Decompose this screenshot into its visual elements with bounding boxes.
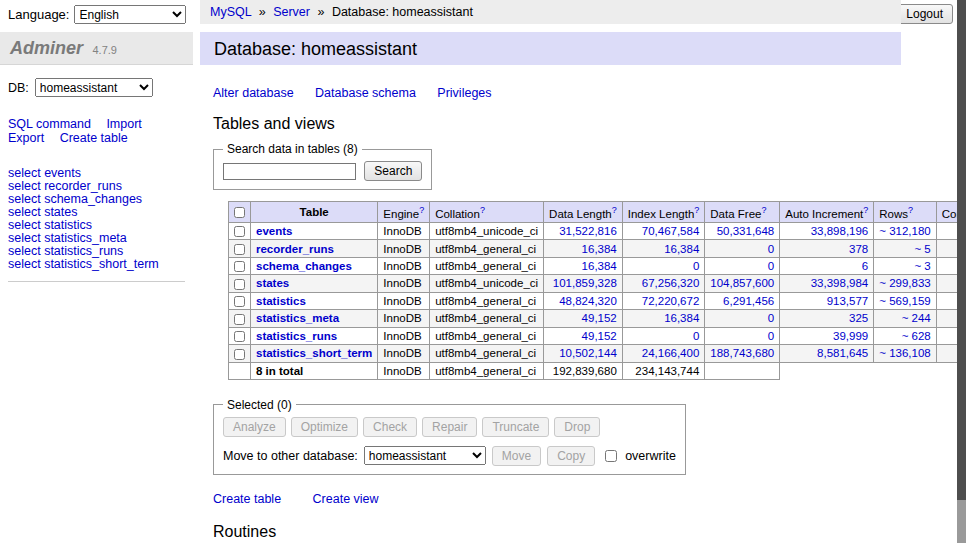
col-header-auto-increment: Auto Increment? — [780, 202, 874, 223]
row-checkbox[interactable] — [234, 349, 245, 360]
select-all-checkbox[interactable] — [234, 207, 245, 218]
sidebar-link-export[interactable]: Export — [8, 131, 44, 145]
row-checkbox[interactable] — [234, 314, 245, 325]
breadcrumb-link-server[interactable]: Server — [273, 5, 310, 19]
rows-link[interactable]: ~ 569,159 — [879, 295, 930, 307]
analyze-button[interactable]: Analyze — [223, 417, 286, 437]
move-db-select[interactable]: homeassistant — [364, 446, 486, 465]
row-checkbox[interactable] — [234, 296, 245, 307]
rows-link[interactable]: ~ 5 — [914, 243, 930, 255]
check-button[interactable]: Check — [363, 417, 417, 437]
sidebar-link-create-table[interactable]: Create table — [60, 131, 128, 145]
link-create-view[interactable]: Create view — [313, 492, 379, 506]
auto-increment-link[interactable]: 8,581,645 — [817, 347, 868, 359]
index-length-link[interactable]: 70,467,584 — [642, 225, 700, 237]
rows-link[interactable]: ~ 312,180 — [879, 225, 930, 237]
link-privileges[interactable]: Privileges — [437, 86, 491, 100]
index-length-link[interactable]: 72,220,672 — [642, 295, 700, 307]
data-free-link[interactable]: 188,743,680 — [710, 347, 774, 359]
help-link[interactable]: ? — [480, 205, 485, 215]
help-link[interactable]: ? — [863, 205, 868, 215]
data-length-link[interactable]: 49,152 — [582, 312, 617, 324]
data-free-link[interactable]: 104,857,600 — [710, 277, 774, 289]
col-header-data-length: Data Length? — [544, 202, 623, 223]
sidebar-link-sql-command[interactable]: SQL command — [8, 117, 91, 131]
move-button[interactable]: Move — [492, 446, 541, 466]
index-length-link[interactable]: 16,384 — [664, 243, 699, 255]
row-checkbox[interactable] — [234, 226, 245, 237]
table-name-link[interactable]: recorder_runs — [256, 243, 334, 255]
rows-link[interactable]: ~ 136,108 — [879, 347, 930, 359]
rows-link[interactable]: ~ 3 — [914, 260, 930, 272]
auto-increment-link[interactable]: 913,577 — [827, 295, 869, 307]
collation-cell: utf8mb4_general_ci — [430, 240, 544, 257]
data-length-link[interactable]: 48,824,320 — [559, 295, 617, 307]
breadcrumb-link-mysql[interactable]: MySQL — [210, 5, 251, 19]
table-name-link[interactable]: statistics_meta — [256, 312, 339, 324]
index-length-link[interactable]: 16,384 — [664, 312, 699, 324]
search-input[interactable] — [223, 163, 356, 180]
copy-button[interactable]: Copy — [547, 446, 595, 466]
rows-link[interactable]: ~ 299,833 — [879, 277, 930, 289]
overwrite-label: overwrite — [625, 449, 676, 463]
search-button[interactable]: Search — [364, 161, 422, 181]
auto-increment-link[interactable]: 6 — [862, 260, 868, 272]
help-link[interactable]: ? — [612, 205, 617, 215]
table-name-link[interactable]: statistics — [256, 295, 306, 307]
auto-increment-link[interactable]: 33,398,984 — [811, 277, 869, 289]
row-checkbox[interactable] — [234, 261, 245, 272]
data-length-link[interactable]: 101,859,328 — [553, 277, 617, 289]
data-length-link[interactable]: 49,152 — [582, 330, 617, 342]
help-link[interactable]: ? — [761, 205, 766, 215]
collation-cell: utf8mb4_general_ci — [430, 345, 544, 362]
rows-link[interactable]: ~ 628 — [902, 330, 931, 342]
data-free-link[interactable]: 50,331,648 — [717, 225, 775, 237]
overwrite-checkbox[interactable] — [605, 450, 617, 462]
index-length-link[interactable]: 0 — [693, 330, 699, 342]
help-link[interactable]: ? — [908, 205, 913, 215]
scrollbar[interactable] — [957, 0, 966, 543]
auto-increment-link[interactable]: 33,898,196 — [811, 225, 869, 237]
col-header-data-free: Data Free? — [705, 202, 780, 223]
truncate-button[interactable]: Truncate — [482, 417, 549, 437]
db-select[interactable]: homeassistant — [35, 78, 153, 97]
data-free-link[interactable]: 0 — [768, 260, 774, 272]
data-length-link[interactable]: 10,502,144 — [559, 347, 617, 359]
row-checkbox[interactable] — [234, 331, 245, 342]
auto-increment-link[interactable]: 39,999 — [833, 330, 868, 342]
section-title-tables: Tables and views — [213, 115, 901, 133]
index-length-link[interactable]: 67,256,320 — [642, 277, 700, 289]
data-length-link[interactable]: 16,384 — [582, 243, 617, 255]
table-name-link[interactable]: schema_changes — [256, 260, 352, 272]
auto-increment-link[interactable]: 325 — [849, 312, 868, 324]
index-length-link[interactable]: 0 — [693, 260, 699, 272]
row-checkbox[interactable] — [234, 279, 245, 290]
sidebar-link-import[interactable]: Import — [106, 117, 141, 131]
table-name-link[interactable]: statistics_short_term — [256, 347, 372, 359]
sidebar-select-link-statistics-short-term[interactable]: select statistics_short_term — [8, 258, 185, 271]
data-length-link[interactable]: 31,522,816 — [559, 225, 617, 237]
data-free-link[interactable]: 0 — [768, 330, 774, 342]
link-database-schema[interactable]: Database schema — [315, 86, 416, 100]
scrollbar-thumb[interactable] — [957, 0, 966, 500]
data-length-link[interactable]: 16,384 — [582, 260, 617, 272]
help-link[interactable]: ? — [694, 205, 699, 215]
rows-link[interactable]: ~ 244 — [902, 312, 931, 324]
link-create-table[interactable]: Create table — [213, 492, 281, 506]
logout-button[interactable]: Logout — [896, 4, 953, 24]
row-checkbox[interactable] — [234, 244, 245, 255]
language-select[interactable]: English — [74, 5, 186, 24]
drop-button[interactable]: Drop — [554, 417, 600, 437]
index-length-link[interactable]: 24,166,400 — [642, 347, 700, 359]
table-name-link[interactable]: states — [256, 277, 289, 289]
data-free-link[interactable]: 6,291,456 — [723, 295, 774, 307]
auto-increment-link[interactable]: 378 — [849, 243, 868, 255]
table-name-link[interactable]: events — [256, 225, 292, 237]
optimize-button[interactable]: Optimize — [291, 417, 358, 437]
table-name-link[interactable]: statistics_runs — [256, 330, 337, 342]
link-alter-database[interactable]: Alter database — [213, 86, 294, 100]
help-link[interactable]: ? — [419, 205, 424, 215]
repair-button[interactable]: Repair — [422, 417, 477, 437]
data-free-link[interactable]: 0 — [768, 243, 774, 255]
data-free-link[interactable]: 0 — [768, 312, 774, 324]
